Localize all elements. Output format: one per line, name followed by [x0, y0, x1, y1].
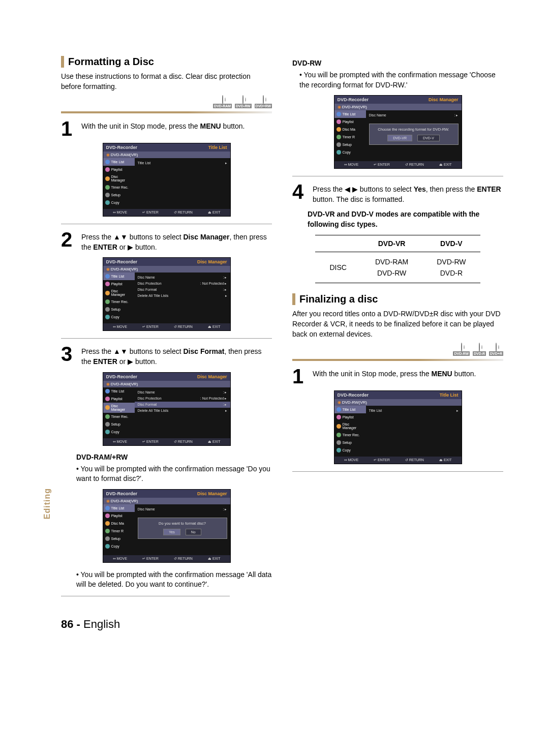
disc-badges: DVD-RAM DVD-RW DVD+RW	[61, 96, 272, 108]
step-3: 3 Press the ▲▼ buttons to select Disc Fo…	[61, 345, 272, 367]
dialog-btn-yes: Yes	[163, 529, 180, 535]
osd-dialog: Do you want to format disc? Yes No	[138, 518, 227, 539]
left-column: Formatting a Disc Use these instructions…	[61, 56, 272, 602]
formatting-intro: Use these instructions to format a disc.…	[61, 72, 272, 92]
bullet-text: You will be prompted with the confirmati…	[76, 464, 272, 484]
step-number: 3	[61, 345, 75, 367]
step-text: With the unit in Stop mode, press the ME…	[81, 119, 245, 138]
divider	[292, 359, 503, 361]
subhead-dvd-ram-rw: DVD-RAM/+RW	[76, 453, 272, 461]
step-number: 1	[292, 367, 307, 385]
bullet-text: You will be prompted with the confirmati…	[76, 570, 272, 590]
step-4: 4 Press the ◀ ▶ buttons to select Yes, t…	[292, 183, 503, 204]
compat-note: DVD-VR and DVD-V modes are compatible wi…	[308, 209, 503, 229]
page-number: 86 -	[61, 618, 80, 630]
step-text: Press the ◀ ▶ buttons to select Yes, the…	[313, 183, 503, 204]
step-text: With the unit in Stop mode, press the ME…	[313, 367, 476, 385]
page-footer: 86 - English	[61, 618, 503, 631]
osd-dialog: Choose the recording format for DVD-RW. …	[369, 124, 459, 145]
step-text: Press the ▲▼ buttons to select Disc Form…	[81, 345, 272, 367]
bullet-text: You will be prompted with the confirmati…	[299, 70, 503, 90]
page-language: English	[83, 618, 120, 630]
heading-formatting: Formatting a Disc	[61, 56, 272, 68]
disc-badge: DVD+RW	[255, 96, 272, 108]
finalizing-intro: After you record titles onto a DVD-RW/DV…	[292, 309, 503, 339]
step-number: 1	[61, 119, 75, 138]
manual-page: Editing Formatting a Disc Use these inst…	[0, 0, 549, 651]
step-number: 2	[61, 230, 75, 252]
dialog-btn-dvdvr: DVD-VR	[387, 135, 412, 141]
dialog-btn-dvdv: DVD-V	[417, 135, 440, 141]
step-1: 1 With the unit in Stop mode, press the …	[61, 119, 272, 138]
heading-finalizing: Finalizing a disc	[292, 293, 503, 305]
disc-icon	[479, 343, 480, 352]
dialog-btn-no: No	[186, 529, 201, 535]
disc-icon	[242, 95, 243, 104]
disc-icon	[461, 343, 462, 352]
disc-icon	[496, 343, 497, 352]
osd-screenshot-disc-format: DVD-RecorderDisc Manager DVD-RAM(VR) Tit…	[103, 372, 231, 446]
right-column: DVD-RW You will be prompted with the con…	[292, 56, 503, 602]
section-tab: Editing	[43, 488, 52, 519]
divider	[61, 111, 272, 113]
compat-table: DVD-VRDVD-V DISC DVD-RAMDVD-RW DVD-RWDVD…	[315, 235, 480, 284]
step-1-finalize: 1 With the unit in Stop mode, press the …	[292, 367, 503, 385]
osd-screenshot-title-list: DVD-RecorderTitle List DVD-RAM(VR) Title…	[103, 143, 231, 217]
disc-badge: DVD-R	[473, 343, 486, 356]
step-2: 2 Press the ▲▼ buttons to select Disc Ma…	[61, 230, 272, 252]
disc-icon	[263, 95, 264, 104]
disc-badge: DVD-RW	[235, 96, 252, 108]
subhead-dvd-rw: DVD-RW	[292, 59, 503, 67]
step-number: 4	[292, 183, 307, 204]
disc-badge: DVD+R	[489, 343, 503, 356]
osd-screenshot-title-list: DVD-RecorderTitle List DVD-RW(VR) Title …	[334, 390, 462, 464]
step-text: Press the ▲▼ buttons to select Disc Mana…	[81, 230, 272, 252]
disc-badge: DVD-RAM	[213, 96, 232, 108]
disc-icon	[222, 95, 223, 104]
osd-screenshot-dvdrw-dialog: DVD-RecorderDisc Manager DVD-RW(VR) Titl…	[334, 95, 462, 169]
osd-screenshot-format-dialog: DVD-RecorderDisc Manager DVD-RAM(VR) Tit…	[103, 489, 231, 563]
disc-badges: DVD-RW DVD-R DVD+R	[292, 343, 503, 356]
osd-screenshot-disc-manager: DVD-RecorderDisc Manager DVD-RAM(VR) Tit…	[103, 257, 231, 331]
disc-badge: DVD-RW	[453, 343, 470, 356]
